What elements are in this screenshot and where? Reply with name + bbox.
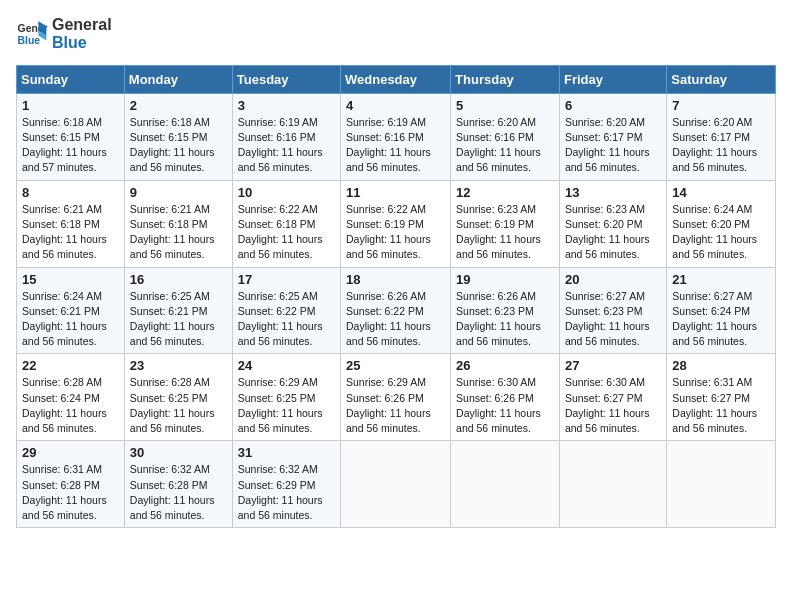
day-info: Sunrise: 6:30 AMSunset: 6:27 PMDaylight:…: [565, 376, 650, 434]
logo-general: General: [52, 16, 112, 34]
calendar-week-5: 29 Sunrise: 6:31 AMSunset: 6:28 PMDaylig…: [17, 441, 776, 528]
day-info: Sunrise: 6:25 AMSunset: 6:22 PMDaylight:…: [238, 290, 323, 348]
day-info: Sunrise: 6:24 AMSunset: 6:21 PMDaylight:…: [22, 290, 107, 348]
day-info: Sunrise: 6:23 AMSunset: 6:20 PMDaylight:…: [565, 203, 650, 261]
calendar-day-5: 5 Sunrise: 6:20 AMSunset: 6:16 PMDayligh…: [451, 93, 560, 180]
day-info: Sunrise: 6:22 AMSunset: 6:18 PMDaylight:…: [238, 203, 323, 261]
calendar-day-8: 8 Sunrise: 6:21 AMSunset: 6:18 PMDayligh…: [17, 180, 125, 267]
empty-cell: [341, 441, 451, 528]
calendar-day-22: 22 Sunrise: 6:28 AMSunset: 6:24 PMDaylig…: [17, 354, 125, 441]
calendar-day-9: 9 Sunrise: 6:21 AMSunset: 6:18 PMDayligh…: [124, 180, 232, 267]
calendar-day-24: 24 Sunrise: 6:29 AMSunset: 6:25 PMDaylig…: [232, 354, 340, 441]
day-number: 12: [456, 185, 554, 200]
logo: General Blue General Blue: [16, 16, 112, 53]
page-header: General Blue General Blue: [16, 16, 776, 53]
day-info: Sunrise: 6:21 AMSunset: 6:18 PMDaylight:…: [130, 203, 215, 261]
day-info: Sunrise: 6:28 AMSunset: 6:24 PMDaylight:…: [22, 376, 107, 434]
day-info: Sunrise: 6:31 AMSunset: 6:27 PMDaylight:…: [672, 376, 757, 434]
day-number: 16: [130, 272, 227, 287]
calendar-day-1: 1 Sunrise: 6:18 AMSunset: 6:15 PMDayligh…: [17, 93, 125, 180]
day-number: 17: [238, 272, 335, 287]
day-number: 13: [565, 185, 661, 200]
day-info: Sunrise: 6:24 AMSunset: 6:20 PMDaylight:…: [672, 203, 757, 261]
calendar-day-6: 6 Sunrise: 6:20 AMSunset: 6:17 PMDayligh…: [559, 93, 666, 180]
day-info: Sunrise: 6:20 AMSunset: 6:17 PMDaylight:…: [565, 116, 650, 174]
day-number: 22: [22, 358, 119, 373]
day-number: 18: [346, 272, 445, 287]
day-number: 11: [346, 185, 445, 200]
day-number: 20: [565, 272, 661, 287]
day-number: 28: [672, 358, 770, 373]
weekday-header-monday: Monday: [124, 65, 232, 93]
day-info: Sunrise: 6:20 AMSunset: 6:17 PMDaylight:…: [672, 116, 757, 174]
day-number: 6: [565, 98, 661, 113]
calendar-day-26: 26 Sunrise: 6:30 AMSunset: 6:26 PMDaylig…: [451, 354, 560, 441]
calendar-day-29: 29 Sunrise: 6:31 AMSunset: 6:28 PMDaylig…: [17, 441, 125, 528]
day-number: 8: [22, 185, 119, 200]
day-info: Sunrise: 6:22 AMSunset: 6:19 PMDaylight:…: [346, 203, 431, 261]
day-info: Sunrise: 6:18 AMSunset: 6:15 PMDaylight:…: [22, 116, 107, 174]
day-info: Sunrise: 6:32 AMSunset: 6:28 PMDaylight:…: [130, 463, 215, 521]
day-number: 19: [456, 272, 554, 287]
calendar-day-31: 31 Sunrise: 6:32 AMSunset: 6:29 PMDaylig…: [232, 441, 340, 528]
calendar-day-20: 20 Sunrise: 6:27 AMSunset: 6:23 PMDaylig…: [559, 267, 666, 354]
day-info: Sunrise: 6:31 AMSunset: 6:28 PMDaylight:…: [22, 463, 107, 521]
calendar-day-2: 2 Sunrise: 6:18 AMSunset: 6:15 PMDayligh…: [124, 93, 232, 180]
day-info: Sunrise: 6:27 AMSunset: 6:23 PMDaylight:…: [565, 290, 650, 348]
empty-cell: [451, 441, 560, 528]
day-info: Sunrise: 6:29 AMSunset: 6:25 PMDaylight:…: [238, 376, 323, 434]
calendar-day-13: 13 Sunrise: 6:23 AMSunset: 6:20 PMDaylig…: [559, 180, 666, 267]
calendar-table: SundayMondayTuesdayWednesdayThursdayFrid…: [16, 65, 776, 528]
calendar-day-28: 28 Sunrise: 6:31 AMSunset: 6:27 PMDaylig…: [667, 354, 776, 441]
weekday-header-sunday: Sunday: [17, 65, 125, 93]
day-info: Sunrise: 6:21 AMSunset: 6:18 PMDaylight:…: [22, 203, 107, 261]
weekday-header-saturday: Saturday: [667, 65, 776, 93]
svg-text:Blue: Blue: [18, 36, 41, 47]
day-number: 3: [238, 98, 335, 113]
day-info: Sunrise: 6:18 AMSunset: 6:15 PMDaylight:…: [130, 116, 215, 174]
day-number: 5: [456, 98, 554, 113]
day-info: Sunrise: 6:23 AMSunset: 6:19 PMDaylight:…: [456, 203, 541, 261]
logo-icon: General Blue: [16, 18, 48, 50]
day-number: 7: [672, 98, 770, 113]
day-number: 26: [456, 358, 554, 373]
day-number: 21: [672, 272, 770, 287]
day-info: Sunrise: 6:32 AMSunset: 6:29 PMDaylight:…: [238, 463, 323, 521]
calendar-day-19: 19 Sunrise: 6:26 AMSunset: 6:23 PMDaylig…: [451, 267, 560, 354]
calendar-week-3: 15 Sunrise: 6:24 AMSunset: 6:21 PMDaylig…: [17, 267, 776, 354]
calendar-week-4: 22 Sunrise: 6:28 AMSunset: 6:24 PMDaylig…: [17, 354, 776, 441]
day-number: 10: [238, 185, 335, 200]
weekday-header-friday: Friday: [559, 65, 666, 93]
calendar-day-25: 25 Sunrise: 6:29 AMSunset: 6:26 PMDaylig…: [341, 354, 451, 441]
day-info: Sunrise: 6:29 AMSunset: 6:26 PMDaylight:…: [346, 376, 431, 434]
day-number: 23: [130, 358, 227, 373]
calendar-day-21: 21 Sunrise: 6:27 AMSunset: 6:24 PMDaylig…: [667, 267, 776, 354]
empty-cell: [667, 441, 776, 528]
calendar-day-17: 17 Sunrise: 6:25 AMSunset: 6:22 PMDaylig…: [232, 267, 340, 354]
day-info: Sunrise: 6:19 AMSunset: 6:16 PMDaylight:…: [346, 116, 431, 174]
calendar-week-2: 8 Sunrise: 6:21 AMSunset: 6:18 PMDayligh…: [17, 180, 776, 267]
day-number: 25: [346, 358, 445, 373]
day-number: 14: [672, 185, 770, 200]
day-info: Sunrise: 6:26 AMSunset: 6:23 PMDaylight:…: [456, 290, 541, 348]
day-number: 27: [565, 358, 661, 373]
calendar-day-23: 23 Sunrise: 6:28 AMSunset: 6:25 PMDaylig…: [124, 354, 232, 441]
day-number: 15: [22, 272, 119, 287]
day-info: Sunrise: 6:28 AMSunset: 6:25 PMDaylight:…: [130, 376, 215, 434]
calendar-day-11: 11 Sunrise: 6:22 AMSunset: 6:19 PMDaylig…: [341, 180, 451, 267]
day-number: 29: [22, 445, 119, 460]
calendar-day-10: 10 Sunrise: 6:22 AMSunset: 6:18 PMDaylig…: [232, 180, 340, 267]
calendar-day-4: 4 Sunrise: 6:19 AMSunset: 6:16 PMDayligh…: [341, 93, 451, 180]
calendar-header-row: SundayMondayTuesdayWednesdayThursdayFrid…: [17, 65, 776, 93]
day-info: Sunrise: 6:26 AMSunset: 6:22 PMDaylight:…: [346, 290, 431, 348]
calendar-day-15: 15 Sunrise: 6:24 AMSunset: 6:21 PMDaylig…: [17, 267, 125, 354]
empty-cell: [559, 441, 666, 528]
day-info: Sunrise: 6:25 AMSunset: 6:21 PMDaylight:…: [130, 290, 215, 348]
calendar-day-30: 30 Sunrise: 6:32 AMSunset: 6:28 PMDaylig…: [124, 441, 232, 528]
logo-blue: Blue: [52, 34, 112, 52]
weekday-header-thursday: Thursday: [451, 65, 560, 93]
day-info: Sunrise: 6:19 AMSunset: 6:16 PMDaylight:…: [238, 116, 323, 174]
calendar-day-18: 18 Sunrise: 6:26 AMSunset: 6:22 PMDaylig…: [341, 267, 451, 354]
day-info: Sunrise: 6:20 AMSunset: 6:16 PMDaylight:…: [456, 116, 541, 174]
day-number: 2: [130, 98, 227, 113]
